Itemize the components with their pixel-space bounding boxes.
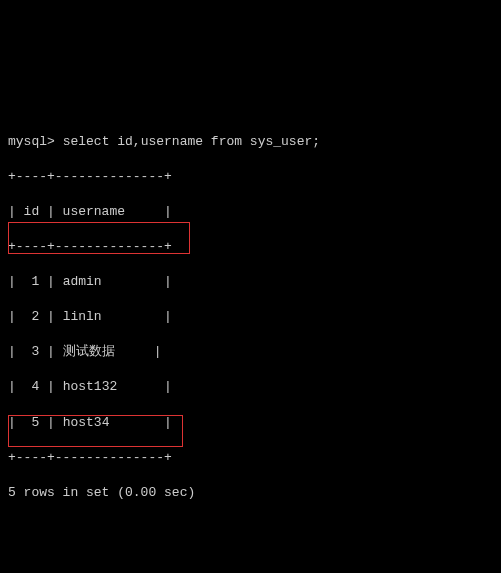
table-row: | 3 | 测试数据 | (8, 343, 501, 361)
table-row: | 5 | host34 | (8, 414, 501, 432)
mysql-prompt: mysql> (8, 134, 55, 149)
table-row: | 4 | host132 | (8, 378, 501, 396)
table-row: | 1 | admin | (8, 273, 501, 291)
table-header: | id | username | (8, 203, 501, 221)
query-line: mysql> select id,username from sys_user; (8, 133, 501, 151)
terminal-output: mysql> select id,username from sys_user;… (8, 80, 501, 573)
result-footer: 5 rows in set (0.00 sec) (8, 484, 501, 502)
sql-query: select id,username from sys_user; (63, 134, 320, 149)
table-row: | 2 | linln | (8, 308, 501, 326)
table-border: +----+--------------+ (8, 238, 501, 256)
blank-line (8, 519, 501, 537)
table-border: +----+--------------+ (8, 168, 501, 186)
table-border: +----+--------------+ (8, 449, 501, 467)
